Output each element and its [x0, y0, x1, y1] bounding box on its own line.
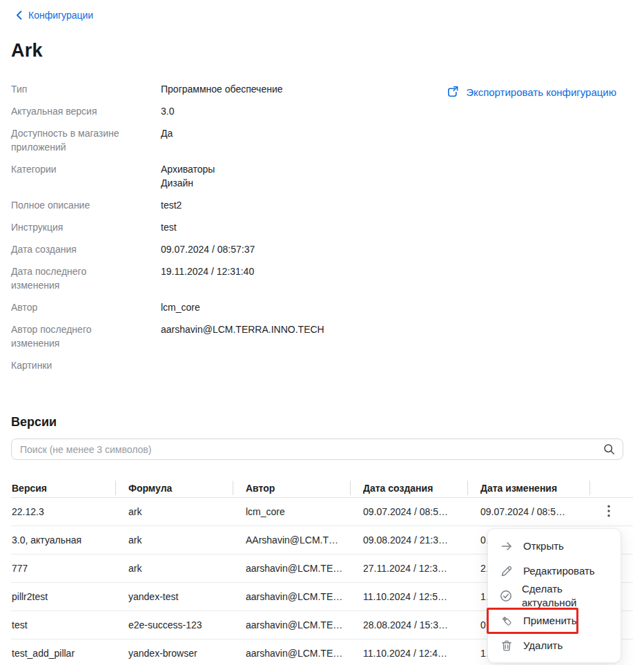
- detail-value: test: [161, 220, 633, 234]
- cell-created: 11.10.2024 / 12:4…: [351, 648, 468, 659]
- menu-item-make-actual[interactable]: Сделать актуальной: [488, 584, 621, 608]
- column-header-actions: [590, 479, 633, 497]
- detail-value: Дизайн: [161, 176, 633, 190]
- menu-item-edit[interactable]: Редактировать: [488, 559, 621, 584]
- detail-label: Картинки: [11, 358, 130, 372]
- detail-row-actual-version: Актуальная версия 3.0: [11, 104, 633, 118]
- search-input[interactable]: [11, 438, 623, 460]
- row-actions-kebab-button[interactable]: [600, 503, 618, 521]
- detail-row-last-author: Автор последнего изменения aarshavin@LCM…: [11, 322, 633, 350]
- detail-label: Инструкция: [11, 220, 130, 234]
- cell-version: test_add_pillar: [11, 648, 116, 659]
- column-header-formula: Формула: [116, 479, 233, 497]
- detail-label: Категории: [11, 162, 130, 190]
- detail-label: Автор: [11, 300, 130, 314]
- detail-value: 3.0: [161, 104, 633, 118]
- table-row: 22.12.3 ark lcm_core 09.07.2024 / 08:5… …: [11, 498, 633, 526]
- row-actions-context-menu: Открыть Редактировать Сделать актуальной: [487, 528, 621, 663]
- detail-label: Полное описание: [11, 198, 130, 212]
- menu-item-label: Открыть: [523, 539, 564, 553]
- search-icon[interactable]: [603, 443, 615, 458]
- detail-label: Доступность в магазине приложений: [11, 126, 130, 154]
- kebab-icon: [607, 505, 610, 519]
- detail-value: Да: [161, 126, 633, 154]
- cell-author: lcm_core: [233, 506, 351, 517]
- menu-item-open[interactable]: Открыть: [488, 534, 621, 559]
- cell-author: aarshavin@LCM.TE…: [233, 563, 351, 574]
- detail-value: aarshavin@LCM.TERRA.INNO.TECH: [161, 322, 633, 350]
- export-configuration-button[interactable]: Экспортировать конфигурацию: [446, 86, 616, 99]
- menu-item-label: Удалить: [523, 639, 563, 653]
- details-panel: Экспортировать конфигурацию Тип Программ…: [11, 82, 633, 372]
- cell-formula: ark: [116, 534, 233, 546]
- detail-row-created-date: Дата создания 09.07.2024 / 08:57:37: [11, 242, 633, 256]
- cell-formula: yandex-browser: [116, 648, 233, 659]
- detail-row-instruction: Инструкция test: [11, 220, 633, 234]
- detail-value: lcm_core: [161, 300, 633, 314]
- cell-modified: 09.07.2024 / 08:5…: [468, 506, 590, 517]
- menu-item-label: Применить: [523, 614, 577, 628]
- cell-version: 777: [11, 563, 116, 574]
- export-link-label: Экспортировать конфигурацию: [466, 86, 616, 98]
- back-link-configurations[interactable]: Конфигурации: [16, 10, 93, 21]
- detail-value: 19.11.2024 / 12:31:40: [161, 264, 633, 292]
- trash-icon: [500, 639, 514, 653]
- detail-value: [161, 358, 633, 372]
- cell-version: pillr2test: [11, 591, 116, 602]
- cell-version: test: [11, 619, 116, 630]
- detail-value: Архиваторы: [161, 162, 633, 176]
- cell-author: aarshavin@LCM.TE…: [233, 648, 351, 659]
- cell-version: 3.0, актуальная: [11, 534, 116, 546]
- column-header-created: Дата создания: [351, 479, 468, 497]
- table-header-row: Версия Формула Автор Дата создания Дата …: [11, 479, 633, 498]
- detail-value: 09.07.2024 / 08:57:37: [161, 242, 633, 256]
- detail-row-store-availability: Доступность в магазине приложений Да: [11, 126, 633, 154]
- menu-item-apply[interactable]: Применить: [488, 608, 621, 633]
- cell-formula: yandex-test: [116, 591, 233, 602]
- cell-formula: ark: [116, 563, 233, 574]
- usb-drive-icon: [500, 614, 514, 628]
- column-header-version: Версия: [11, 479, 116, 497]
- versions-section-heading: Версии: [11, 415, 633, 430]
- menu-item-delete[interactable]: Удалить: [488, 633, 621, 658]
- cell-author: aarshavin@LCM.TE…: [233, 591, 351, 602]
- menu-item-label: Сделать актуальной: [522, 582, 609, 610]
- detail-label: Актуальная версия: [11, 104, 130, 118]
- export-icon: [446, 86, 459, 99]
- detail-label: Дата последнего изменения: [11, 264, 130, 292]
- versions-search: [11, 438, 623, 460]
- cell-formula: ark: [116, 506, 233, 517]
- detail-label: Дата создания: [11, 242, 130, 256]
- cell-created: 09.07.2024 / 08:5…: [351, 506, 468, 517]
- detail-row-author: Автор lcm_core: [11, 300, 633, 314]
- chevron-left-icon: [16, 10, 22, 20]
- detail-row-full-description: Полное описание test2: [11, 198, 633, 212]
- cell-created: 11.10.2024 / 12:5…: [351, 591, 468, 602]
- cell-created: 27.11.2024 / 12:3…: [351, 563, 468, 574]
- detail-row-modified-date: Дата последнего изменения 19.11.2024 / 1…: [11, 264, 633, 292]
- detail-label: Автор последнего изменения: [11, 322, 130, 350]
- cell-author: AArshavin@LCM.T…: [233, 534, 351, 546]
- column-header-modified: Дата изменения: [468, 479, 590, 497]
- cell-created: 28.08.2024 / 15:3…: [351, 619, 468, 630]
- configuration-detail-page: Конфигурации Ark Экспортировать конфигур…: [0, 0, 644, 665]
- arrow-right-icon: [500, 539, 514, 553]
- cell-formula: e2e-success-123: [116, 619, 233, 630]
- page-title: Ark: [11, 40, 633, 61]
- cell-created: 09.08.2024 / 21:3…: [351, 534, 468, 546]
- pencil-icon: [500, 564, 514, 578]
- cell-version: 22.12.3: [11, 506, 116, 517]
- menu-item-label: Редактировать: [523, 564, 595, 578]
- detail-row-categories: Категории Архиваторы Дизайн: [11, 162, 633, 190]
- back-link-label: Конфигурации: [28, 10, 93, 21]
- detail-row-images: Картинки: [11, 358, 633, 372]
- column-header-author: Автор: [233, 479, 351, 497]
- detail-value: test2: [161, 198, 633, 212]
- check-circle-icon: [500, 589, 512, 603]
- cell-author: aarshavin@LCM.TE…: [233, 619, 351, 630]
- detail-label: Тип: [11, 82, 130, 96]
